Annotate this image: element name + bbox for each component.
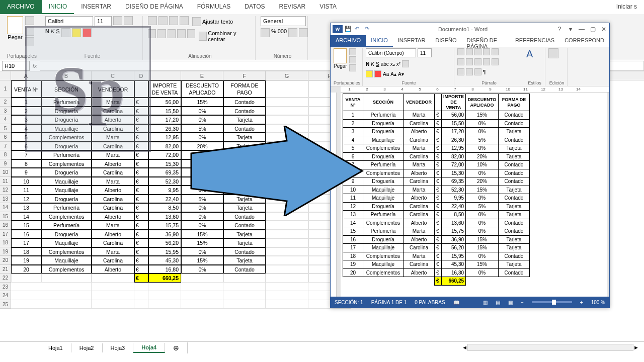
wrap-text-button[interactable]: Ajustar texto [190,16,235,27]
maximize-button[interactable]: ▢ [587,26,598,33]
justify-icon[interactable] [483,58,490,65]
word-underline[interactable]: S [376,61,379,67]
zoom-in[interactable]: + [580,300,583,305]
multilevel-icon[interactable] [474,48,481,55]
inc-decimal-icon[interactable] [288,28,297,37]
close-button[interactable]: ✕ [598,26,609,33]
grow-font-icon[interactable]: A▴ [390,71,396,77]
horiz-scrollbar[interactable]: ◄► [462,341,639,353]
tab-inicio[interactable]: INICIO [42,0,74,14]
shrink-font-icon[interactable] [124,16,133,25]
subscript-icon[interactable]: x₂ [390,61,395,67]
currency-icon[interactable] [261,28,270,37]
sheet-hoja3[interactable]: Hoja3 [103,343,134,352]
tab-formulas[interactable]: FÓRMULAS [190,0,238,14]
format-painter-icon[interactable] [349,64,356,71]
word-tab-refs[interactable]: REFERENCIAS [510,35,559,47]
undo-icon[interactable]: ↶ [355,26,362,33]
styles-icon[interactable]: A [526,48,533,60]
merge-button[interactable]: Combinar y centrar [197,29,252,43]
tab-layout[interactable]: DISEÑO DE PÁGINA [118,0,190,14]
shrink-font-icon[interactable]: A▾ [398,71,404,77]
indent-inc-icon[interactable] [187,29,195,38]
minimize-button[interactable]: — [576,26,587,33]
dec-decimal-icon[interactable] [299,28,308,37]
align-mid-icon[interactable] [158,16,168,25]
indent-inc-icon[interactable] [492,48,499,55]
ruler-horizontal[interactable]: 1234567891011121314 [341,86,609,93]
word-group-paragraph: Párrafo [457,79,521,85]
align-center-icon[interactable] [157,29,166,38]
sheet-hoja1[interactable]: Hoja1 [40,343,71,352]
align-right-icon[interactable] [168,29,176,38]
tab-vista[interactable]: VISTA [312,0,344,14]
align-bot-icon[interactable] [169,16,178,25]
indent-dec-icon[interactable] [483,48,490,55]
text-effects-icon[interactable] [402,60,409,67]
read-mode-icon[interactable]: ▥ [483,300,488,305]
cut-icon[interactable] [349,48,356,55]
sign-in[interactable]: Iniciar s [609,0,644,14]
tab-archivo[interactable]: ARCHIVO [0,0,42,14]
tab-revisar[interactable]: REVISAR [272,0,313,14]
numbering-icon[interactable] [466,48,473,55]
percent-icon[interactable]: % [271,28,276,37]
word-font-combo[interactable]: Calibri (Cuerpo) [366,48,416,57]
shading-icon[interactable] [457,68,464,75]
copy-icon[interactable] [349,56,356,63]
word-tab-layout[interactable]: DISEÑO DE PÁGINA [462,35,510,47]
save-icon[interactable]: 💾 [345,26,352,33]
line-spacing-icon[interactable] [492,58,499,65]
cut-icon[interactable] [25,16,34,25]
find-icon[interactable] [548,48,558,58]
word-bold[interactable]: N [366,61,369,67]
change-case-icon[interactable]: Aa [383,71,389,77]
paste-button[interactable]: Pegar [7,16,23,40]
font-size-combo[interactable]: 11 [95,16,112,26]
align-center-icon[interactable] [466,58,473,65]
show-marks-icon[interactable]: ¶ [483,69,486,75]
word-tab-mail[interactable]: CORRESPOND [559,35,609,47]
word-tab-inicio[interactable]: INICIO [366,35,393,47]
sheet-hoja2[interactable]: Hoja2 [71,343,103,352]
tab-datos[interactable]: DATOS [237,0,272,14]
zoom-out[interactable]: − [521,300,524,305]
word-font-color-icon[interactable] [374,70,381,77]
word-tab-archivo[interactable]: ARCHIVO [331,35,366,47]
sort-icon[interactable] [474,68,481,75]
word-document-area[interactable]: 1234567891011121314 VENTA NºSECCIÓNVENDE… [331,86,609,297]
zoom-level[interactable]: 100 % [591,300,605,305]
align-right-icon[interactable] [474,58,481,65]
font-name-combo[interactable]: Calibri [45,16,93,26]
proofing-icon[interactable]: 📖 [453,300,459,305]
align-left-icon[interactable] [457,58,464,65]
orientation-icon[interactable] [180,16,189,25]
word-table[interactable]: VENTA NºSECCIÓNVENDEDORIMPORTE DE VENTAD… [343,94,530,286]
help-button[interactable]: ? [554,26,565,33]
word-group-clipboard: Portapapeles [334,79,360,85]
sheet-hoja4[interactable]: Hoja4 [133,343,165,353]
word-size-combo[interactable]: 11 [418,48,432,57]
align-top-icon[interactable] [148,16,157,25]
word-paste-button[interactable]: Pegar [334,48,347,69]
grow-font-icon[interactable] [113,16,122,25]
highlight-icon[interactable] [366,70,373,77]
indent-dec-icon[interactable] [177,29,185,38]
borders-icon[interactable] [466,68,473,75]
web-layout-icon[interactable]: ▦ [508,300,513,305]
zoom-slider[interactable] [532,301,572,303]
strike-icon[interactable]: abc [381,61,389,67]
ribbon-opts-button[interactable]: ▾ [565,26,576,33]
bullets-icon[interactable] [457,48,464,55]
word-tab-insertar[interactable]: INSERTAR [393,35,431,47]
word-tab-design[interactable]: DISEÑO [430,35,461,47]
print-layout-icon[interactable]: ▤ [496,300,500,305]
number-format-combo[interactable]: General [261,16,306,26]
redo-icon[interactable]: ↷ [365,26,372,33]
comma-icon[interactable]: 000 [278,28,287,37]
tab-insertar[interactable]: INSERTAR [74,0,118,14]
superscript-icon[interactable]: x² [396,61,400,67]
add-sheet-button[interactable]: ⊕ [165,342,188,353]
word-italic[interactable]: K [371,61,374,67]
word-titlebar: W 💾 ↶ ↷ Documento1 - Word ? ▾ — ▢ ✕ [331,23,609,35]
